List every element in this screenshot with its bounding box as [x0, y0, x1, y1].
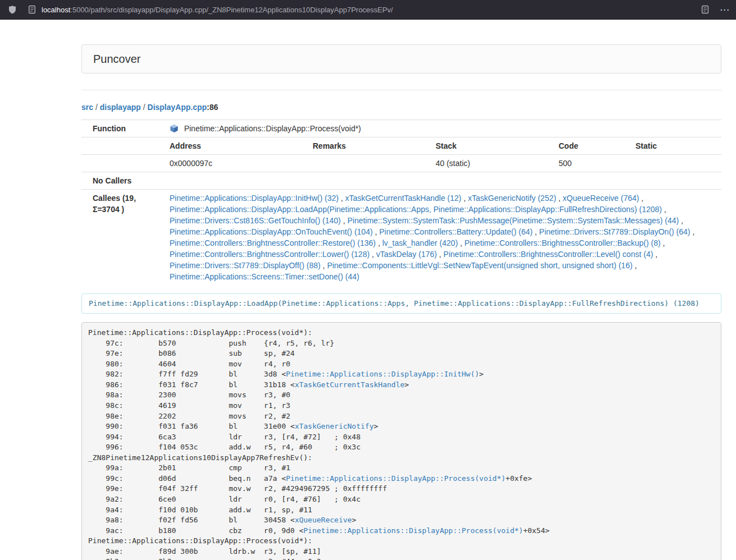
- disassembly-symbol-link[interactable]: xTaskGetCurrentTaskHandle: [295, 380, 405, 389]
- callee-link[interactable]: Pinetime::Controllers::BrightnessControl…: [170, 238, 376, 247]
- callee-link[interactable]: Pinetime::Applications::DisplayApp::Init…: [170, 194, 339, 203]
- disassembly-symbol-link[interactable]: Pinetime::Applications::DisplayApp::Proc…: [304, 526, 523, 535]
- no-callers-row: No Callers: [81, 172, 721, 190]
- callee-link[interactable]: Pinetime::Controllers::BrightnessControl…: [464, 238, 660, 247]
- stats-header-static: Static: [629, 137, 721, 155]
- function-row-label: Function: [81, 120, 163, 137]
- function-icon: [170, 124, 179, 133]
- callee-link[interactable]: Pinetime::Controllers::BrightnessControl…: [170, 250, 369, 259]
- callee-link[interactable]: Pinetime::System::SystemTask::PushMessag…: [348, 216, 679, 225]
- url-host: localhost: [42, 6, 70, 14]
- reader-view-icon[interactable]: [701, 5, 710, 14]
- callee-link[interactable]: Pinetime::Applications::DisplayApp::Load…: [170, 205, 662, 214]
- callee-link[interactable]: xQueueReceive (764): [563, 194, 639, 203]
- no-callers-cell: [163, 172, 721, 190]
- url-path: :5000/path/src/displayapp/DisplayApp.cpp…: [70, 6, 393, 14]
- stat-address: 0x0000097c: [163, 155, 306, 172]
- disassembly-symbol-link[interactable]: Pinetime::Applications::DisplayApp::Init…: [286, 370, 479, 378]
- breadcrumb-line-number: :86: [207, 103, 218, 112]
- stats-value-spacer: [81, 155, 163, 172]
- callees-label: Callees (19, Σ=3704 ): [81, 190, 163, 286]
- breadcrumb-separator: /: [141, 103, 148, 112]
- breadcrumb-separator: /: [93, 103, 100, 112]
- brand-header: Puncover: [81, 44, 721, 74]
- callee-link[interactable]: Pinetime::Components::LittleVgl::SetNewT…: [327, 261, 633, 270]
- disassembly-symbol-link[interactable]: xQueueReceive: [295, 516, 352, 524]
- stats-header-remarks: Remarks: [306, 137, 429, 155]
- callee-link[interactable]: Pinetime::Controllers::BrightnessControl…: [444, 250, 653, 259]
- callee-link[interactable]: Pinetime::Applications::Screens::Timer::…: [170, 272, 359, 281]
- callees-row: Callees (19, Σ=3704 ) Pinetime::Applicat…: [81, 190, 721, 286]
- callee-link[interactable]: lv_task_handler (420): [382, 238, 458, 247]
- callee-link[interactable]: Pinetime::Controllers::Battery::Update()…: [380, 227, 533, 236]
- url-bar[interactable]: localhost:5000/path/src/displayapp/Displ…: [28, 2, 694, 17]
- divider: [81, 90, 721, 90]
- callee-link[interactable]: Pinetime::Drivers::St7789::DisplayOff() …: [170, 261, 321, 270]
- disassembly-symbol-link[interactable]: Pinetime::Applications::DisplayApp::Proc…: [286, 474, 505, 483]
- page-content: Puncover src / displayapp / DisplayApp.c…: [81, 44, 721, 560]
- stat-remarks: [306, 155, 429, 172]
- url-text: localhost:5000/path/src/displayapp/Displ…: [42, 6, 393, 14]
- callee-link[interactable]: xTaskGenericNotify (252): [468, 194, 556, 203]
- callee-link[interactable]: Pinetime::Drivers::Cst816S::GetTouchInfo…: [170, 216, 341, 225]
- breadcrumb-link[interactable]: src: [81, 103, 93, 112]
- function-row: Function Pinetime::Applications::Display…: [81, 120, 721, 137]
- callee-link[interactable]: xTaskGetCurrentTaskHandle (12): [345, 194, 461, 203]
- stat-static: [629, 155, 721, 172]
- page-icon: [28, 5, 36, 14]
- disassembly-symbol-link[interactable]: xTaskGenericNotify: [295, 422, 374, 430]
- stats-header-address: Address: [163, 137, 306, 155]
- stat-stack: 40 (static): [429, 155, 552, 172]
- stats-header-code: Code: [552, 137, 629, 155]
- browser-toolbar: localhost:5000/path/src/displayapp/Displ…: [0, 0, 736, 20]
- breadcrumb-link[interactable]: DisplayApp.cpp: [148, 103, 207, 112]
- shield-icon[interactable]: [8, 5, 17, 14]
- overflow-menu-icon[interactable]: ⋯: [720, 5, 729, 15]
- callee-link[interactable]: Pinetime::Applications::DisplayApp::OnTo…: [170, 227, 373, 236]
- stats-header-spacer: [81, 137, 163, 155]
- function-name: Pinetime::Applications::DisplayApp::Proc…: [184, 124, 361, 133]
- brand-title: Puncover: [93, 52, 710, 66]
- callee-link[interactable]: Pinetime::Drivers::St7789::DisplayOn() (…: [539, 227, 690, 236]
- function-table: Function Pinetime::Applications::Display…: [81, 120, 721, 285]
- disassembly: Pinetime::Applications::DisplayApp::Proc…: [81, 322, 721, 560]
- breadcrumb-link[interactable]: displayapp: [100, 103, 141, 112]
- function-name-cell: Pinetime::Applications::DisplayApp::Proc…: [163, 120, 721, 137]
- callee-link[interactable]: vTaskDelay (176): [376, 250, 437, 259]
- stats-header-row: Address Remarks Stack Code Static: [81, 137, 721, 155]
- stats-value-row: 0x0000097c 40 (static) 500: [81, 155, 721, 172]
- no-callers-label: No Callers: [81, 172, 163, 190]
- callees-cell: Pinetime::Applications::DisplayApp::Init…: [163, 190, 721, 286]
- stats-header-stack: Stack: [429, 137, 552, 155]
- highlighted-callee: Pinetime::Applications::DisplayApp::Load…: [81, 293, 721, 314]
- stat-code: 500: [552, 155, 629, 172]
- breadcrumb: src / displayapp / DisplayApp.cpp:86: [81, 102, 721, 113]
